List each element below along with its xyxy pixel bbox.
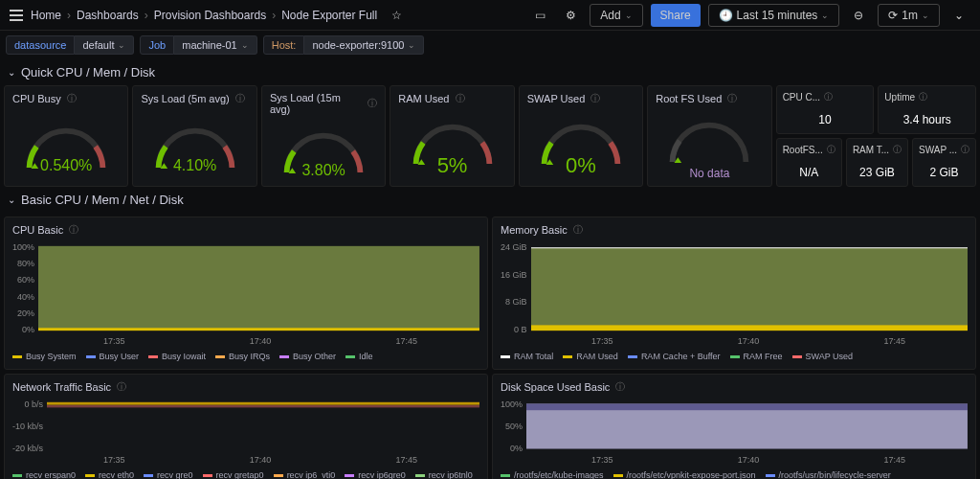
stat-panel[interactable]: RootFS...ⓘN/A (776, 138, 842, 187)
panel-title: CPU Busyⓘ (12, 92, 120, 105)
panel-title: Sys Load (5m avg)ⓘ (141, 92, 248, 105)
legend-item[interactable]: /rootfs/etc/vpnkit-expose-port.json (613, 470, 756, 479)
info-icon: ⓘ (824, 91, 833, 103)
var-host[interactable]: Host: node-exporter:9100⌄ (263, 35, 425, 55)
chart-plot[interactable] (531, 242, 968, 334)
refresh-label: 1m (902, 9, 918, 22)
bc-home[interactable]: Home (31, 9, 61, 22)
legend-item[interactable]: Busy Other (279, 352, 336, 363)
y-axis: 100%50%0% (501, 399, 526, 453)
info-icon: ⓘ (615, 380, 625, 394)
legend-item[interactable]: Busy System (12, 352, 77, 363)
bookmark-icon[interactable]: ▭ (528, 4, 551, 27)
section-label: Basic CPU / Mem / Net / Disk (21, 193, 184, 207)
info-icon: ⓘ (117, 380, 126, 394)
star-icon[interactable]: ☆ (385, 4, 408, 27)
legend-item[interactable]: Busy IRQs (215, 352, 270, 363)
section-quick[interactable]: ⌄Quick CPU / Mem / Disk (0, 59, 980, 85)
x-axis: 17:3517:4017:45 (12, 336, 479, 346)
chevron-down-icon: ⌄ (821, 11, 829, 20)
legend-item[interactable]: recv ip6_vti0 (274, 470, 336, 479)
var-job[interactable]: Job machine-01⌄ (140, 35, 256, 55)
bc-dashboard[interactable]: Node Exporter Full (281, 9, 377, 22)
stat-value: 10 (783, 113, 868, 126)
var-label: datasource (6, 35, 75, 55)
panel-title: RAM T...ⓘ (853, 144, 902, 156)
gauge-panel[interactable]: SWAP Usedⓘ0% (519, 85, 643, 187)
chevron-down-icon[interactable]: ⌄ (947, 4, 970, 27)
zoom-out-icon[interactable]: ⊖ (847, 4, 870, 27)
legend-item[interactable]: recv ip6tnl0 (415, 470, 473, 479)
panel-title: RAM Usedⓘ (398, 92, 505, 105)
section-basic[interactable]: ⌄Basic CPU / Mem / Net / Disk (0, 187, 980, 213)
panel-memory-basic[interactable]: Memory Basicⓘ 24 GiB16 GiB8 GiB0 B 17:35… (492, 217, 976, 370)
x-axis: 17:3517:4017:45 (501, 455, 968, 465)
chart-plot[interactable] (38, 242, 479, 334)
gauge-panel[interactable]: Sys Load (5m avg)ⓘ4.10% (132, 85, 256, 187)
var-datasource[interactable]: datasource default⌄ (6, 35, 134, 55)
gauge-value: 5% (437, 153, 468, 178)
chart-plot[interactable] (47, 399, 479, 453)
settings-icon[interactable]: ⚙ (559, 4, 582, 27)
svg-rect-9 (531, 325, 968, 331)
legend-item[interactable]: /rootfs/etc/kube-images (501, 470, 604, 479)
legend-item[interactable]: recv eth0 (85, 470, 134, 479)
info-icon: ⓘ (893, 144, 902, 156)
stat-panel[interactable]: RAM T...ⓘ23 GiB (846, 138, 908, 187)
bc-dashboards[interactable]: Dashboards (77, 9, 139, 22)
legend-item[interactable]: RAM Total (501, 352, 553, 363)
panel-cpu-basic[interactable]: CPU Basicⓘ 100%80%60%40%20%0% 17:3517:40… (4, 217, 488, 370)
chevron-down-icon: ⌄ (922, 11, 929, 20)
gauge-panel[interactable]: RAM Usedⓘ5% (390, 85, 514, 187)
legend-item[interactable]: Idle (345, 352, 373, 363)
refresh-icon: ⟳ (888, 9, 898, 22)
gauge-value: No data (689, 167, 729, 180)
clock-icon: 🕘 (719, 9, 733, 22)
panel-disk-basic[interactable]: Disk Space Used Basicⓘ 100%50%0% 17:3517… (492, 374, 976, 479)
panel-title: CPU C...ⓘ (783, 91, 868, 103)
y-axis: 0 b/s-10 kb/s-20 kb/s (12, 399, 47, 453)
share-button[interactable]: Share (651, 4, 701, 27)
legend-item[interactable]: RAM Used (563, 352, 618, 363)
gauge-panel[interactable]: Sys Load (15m avg)ⓘ3.80% (261, 85, 386, 187)
gauge-value: 0% (566, 153, 596, 178)
stat-value: N/A (783, 166, 835, 179)
chart-plot[interactable] (526, 399, 968, 453)
stat-panel[interactable]: Uptimeⓘ3.4 hours (878, 85, 976, 134)
legend-item[interactable]: recv ip6gre0 (345, 470, 406, 479)
svg-rect-7 (38, 328, 479, 331)
x-axis: 17:3517:4017:45 (501, 336, 968, 346)
chart-legend: RAM TotalRAM UsedRAM Cache + BufferRAM F… (501, 352, 968, 363)
time-range-picker[interactable]: 🕘Last 15 minutes⌄ (708, 4, 840, 27)
panel-network-basic[interactable]: Network Traffic Basicⓘ 0 b/s-10 kb/s-20 … (4, 374, 488, 479)
stat-panel[interactable]: SWAP ...ⓘ2 GiB (912, 138, 976, 187)
refresh-picker[interactable]: ⟳1m⌄ (878, 4, 940, 27)
stat-panel[interactable]: CPU C...ⓘ10 (776, 85, 875, 134)
panel-title: SWAP ...ⓘ (919, 144, 969, 156)
legend-item[interactable]: /rootfs/usr/bin/lifecycle-server (766, 470, 891, 479)
bc-folder[interactable]: Provision Dashboards (154, 9, 266, 22)
menu-icon[interactable] (10, 10, 23, 21)
gauge-panel[interactable]: Root FS UsedⓘNo data (647, 85, 771, 187)
legend-item[interactable]: Busy Iowait (148, 352, 206, 363)
legend-item[interactable]: recv erspan0 (12, 470, 76, 479)
panel-title: Network Traffic Basicⓘ (12, 380, 479, 394)
legend-item[interactable]: recv gre0 (144, 470, 193, 479)
legend-item[interactable]: RAM Cache + Buffer (628, 352, 721, 363)
legend-item[interactable]: SWAP Used (792, 352, 854, 363)
chevron-down-icon: ⌄ (118, 40, 125, 50)
svg-rect-6 (38, 246, 479, 329)
panel-title: Root FS Usedⓘ (656, 92, 763, 105)
var-value: default (82, 39, 114, 51)
svg-rect-8 (531, 248, 968, 329)
legend-item[interactable]: recv gretap0 (203, 470, 264, 479)
legend-item[interactable]: Busy User (86, 352, 140, 363)
panel-title: Uptimeⓘ (884, 91, 969, 103)
svg-rect-11 (47, 404, 479, 407)
legend-item[interactable]: RAM Free (730, 352, 783, 363)
add-button[interactable]: Add⌄ (590, 4, 642, 27)
chart-legend: /rootfs/etc/kube-images/rootfs/etc/vpnki… (501, 470, 968, 479)
gauge-panel[interactable]: CPU Busyⓘ0.540% (4, 85, 128, 187)
var-label: Host: (263, 35, 305, 55)
gauge-value: 0.540% (40, 157, 92, 174)
